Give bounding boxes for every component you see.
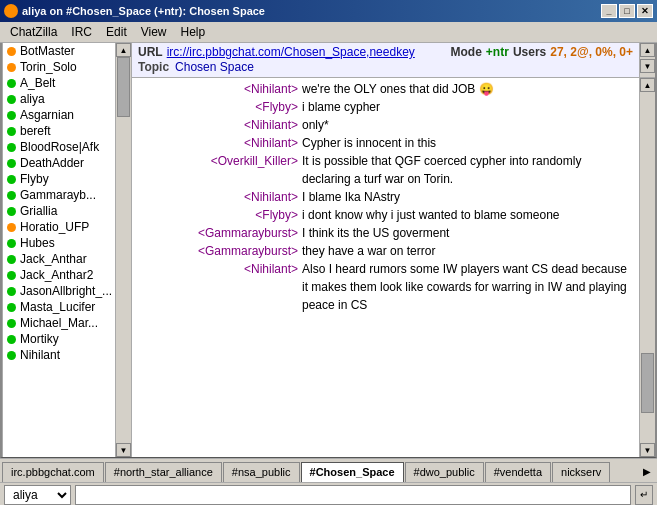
user-name: Hubes <box>20 236 55 250</box>
title-bar-text: aliya on #Chosen_Space (+ntr): Chosen Sp… <box>4 4 265 18</box>
user-name: JasonAllbright_... <box>20 284 112 298</box>
message-row: <Nihilant> Also I heard rumors some IW p… <box>136 260 635 314</box>
topic-bar: Topic Chosen Space <box>138 59 633 75</box>
user-name: Masta_Lucifer <box>20 300 95 314</box>
sidebar-item[interactable]: JasonAllbright_... <box>3 283 131 299</box>
user-name: BloodRose|Afk <box>20 140 99 154</box>
tab-nickserv[interactable]: nickserv <box>552 462 610 482</box>
sidebar-item[interactable]: Griallia <box>3 203 131 219</box>
user-status-dot <box>7 143 16 152</box>
user-name: Flyby <box>20 172 49 186</box>
nick-dropdown-wrapper: aliya <box>4 485 71 505</box>
topic-label: Topic <box>138 60 169 74</box>
messages-scrollbar[interactable]: ▲ ▼ <box>639 78 655 457</box>
close-button[interactable]: ✕ <box>637 4 653 18</box>
message-row: <Flyby> i dont know why i just wanted to… <box>136 206 635 224</box>
minimize-button[interactable]: _ <box>601 4 617 18</box>
message-nick: <Gammarayburst> <box>138 242 298 260</box>
user-name: Gammarayb... <box>20 188 96 202</box>
scroll-down-btn[interactable]: ▼ <box>116 443 131 457</box>
menu-view[interactable]: View <box>135 24 173 40</box>
msg-scroll-down[interactable]: ▼ <box>640 443 655 457</box>
message-row: <Gammarayburst> they have a war on terro… <box>136 242 635 260</box>
user-status-dot <box>7 95 16 104</box>
info-scroll-up[interactable]: ▲ <box>640 43 655 57</box>
sidebar-item[interactable]: BotMaster <box>3 43 131 59</box>
sidebar-item[interactable]: aliya <box>3 91 131 107</box>
user-status-dot <box>7 47 16 56</box>
tab--nsa-public[interactable]: #nsa_public <box>223 462 300 482</box>
user-name: Griallia <box>20 204 57 218</box>
messages-section: <Nihilant> we're the OLY ones that did J… <box>132 78 655 457</box>
tab--north-star-alliance[interactable]: #north_star_alliance <box>105 462 222 482</box>
sidebar-item[interactable]: BloodRose|Afk <box>3 139 131 155</box>
menu-bar: ChatZilla IRC Edit View Help <box>0 22 657 43</box>
message-text: i dont know why i just wanted to blame s… <box>298 206 633 224</box>
user-name: Jack_Anthar2 <box>20 268 93 282</box>
maximize-button[interactable]: □ <box>619 4 635 18</box>
message-nick: <Nihilant> <box>138 188 298 206</box>
sidebar-item[interactable]: Masta_Lucifer <box>3 299 131 315</box>
sidebar-item[interactable]: Jack_Anthar2 <box>3 267 131 283</box>
message-row: <Gammarayburst> I think its the US gover… <box>136 224 635 242</box>
menu-irc[interactable]: IRC <box>65 24 98 40</box>
nick-dropdown[interactable]: aliya <box>4 485 71 505</box>
url-label: URL <box>138 45 163 59</box>
sidebar-item[interactable]: Mortiky <box>3 331 131 347</box>
sidebar-item[interactable]: Jack_Anthar <box>3 251 131 267</box>
sidebar-item[interactable]: Horatio_UFP <box>3 219 131 235</box>
tab-bar: irc.pbbgchat.com#north_star_alliance#nsa… <box>0 458 657 482</box>
chat-input[interactable] <box>75 485 631 505</box>
scroll-thumb <box>117 57 130 117</box>
msg-scroll-up[interactable]: ▲ <box>640 78 655 92</box>
sidebar-item[interactable]: bereft <box>3 123 131 139</box>
url-row: URL irc://irc.pbbgchat.com/Chosen_Space,… <box>138 45 633 59</box>
sidebar-item[interactable]: DeathAdder <box>3 155 131 171</box>
message-text: It is possible that QGF coerced cypher i… <box>298 152 633 188</box>
user-status-dot <box>7 159 16 168</box>
user-status-dot <box>7 303 16 312</box>
message-text: Also I heard rumors some IW players want… <box>298 260 633 314</box>
tab-irc-pbbgchat-com[interactable]: irc.pbbgchat.com <box>2 462 104 482</box>
message-text: Cypher is innocent in this <box>298 134 633 152</box>
tab--dwo-public[interactable]: #dwo_public <box>405 462 484 482</box>
send-button[interactable]: ↵ <box>635 485 653 505</box>
sidebar-item[interactable]: Asgarnian <box>3 107 131 123</box>
user-status-dot <box>7 191 16 200</box>
message-text: I think its the US goverment <box>298 224 633 242</box>
message-text: we're the OLY ones that did JOB 😛 <box>298 80 633 98</box>
mode-label: Mode <box>451 45 482 59</box>
menu-help[interactable]: Help <box>175 24 212 40</box>
menu-edit[interactable]: Edit <box>100 24 133 40</box>
sidebar-item[interactable]: A_Belt <box>3 75 131 91</box>
tab-scroll-right[interactable]: ▶ <box>639 464 655 479</box>
users-label: Users <box>513 45 546 59</box>
sidebar-item[interactable]: Torin_Solo <box>3 59 131 75</box>
sidebar-item[interactable]: Flyby <box>3 171 131 187</box>
title-bar: aliya on #Chosen_Space (+ntr): Chosen Sp… <box>0 0 657 22</box>
scroll-up-btn[interactable]: ▲ <box>116 43 131 57</box>
user-name: Jack_Anthar <box>20 252 87 266</box>
sidebar-item[interactable]: Hubes <box>3 235 131 251</box>
user-status-dot <box>7 175 16 184</box>
mode-value: +ntr <box>486 45 509 59</box>
user-status-dot <box>7 223 16 232</box>
info-scroll-down[interactable]: ▼ <box>640 59 655 73</box>
tab--Chosen-Space[interactable]: #Chosen_Space <box>301 462 404 482</box>
message-text: i blame cypher <box>298 98 633 116</box>
menu-chatzilla[interactable]: ChatZilla <box>4 24 63 40</box>
message-nick: <Flyby> <box>138 98 298 116</box>
tab--vendetta[interactable]: #vendetta <box>485 462 551 482</box>
scroll-track <box>640 92 655 443</box>
url-value[interactable]: irc://irc.pbbgchat.com/Chosen_Space,need… <box>167 45 415 59</box>
info-scrollbar[interactable]: ▲ ▼ <box>639 43 655 77</box>
user-status-dot <box>7 335 16 344</box>
sidebar-item[interactable]: Gammarayb... <box>3 187 131 203</box>
message-row: <Flyby> i blame cypher <box>136 98 635 116</box>
user-status-dot <box>7 111 16 120</box>
sidebar-item[interactable]: Nihilant <box>3 347 131 363</box>
message-row: <Nihilant> we're the OLY ones that did J… <box>136 80 635 98</box>
user-name: DeathAdder <box>20 156 84 170</box>
sidebar-item[interactable]: Michael_Mar... <box>3 315 131 331</box>
sidebar-scrollbar[interactable]: ▲ ▼ <box>115 43 131 457</box>
